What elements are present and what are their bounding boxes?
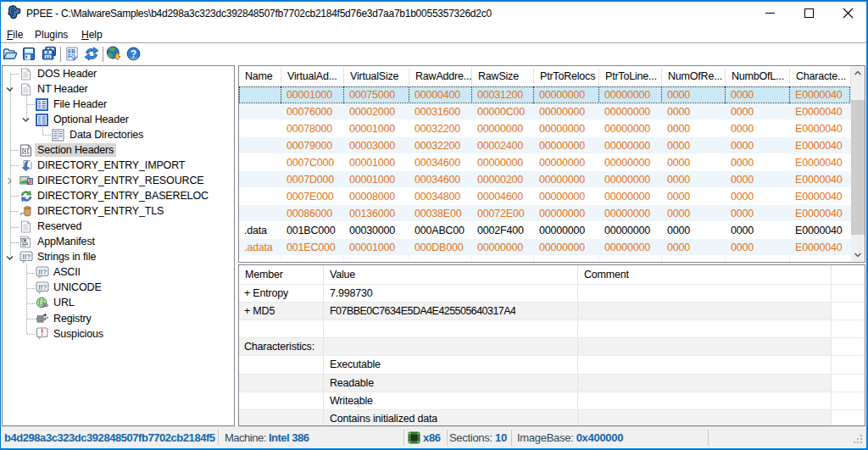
svg-text:?: ? bbox=[131, 48, 136, 60]
svg-text:FQ: FQ bbox=[68, 53, 75, 60]
svg-text:?: ? bbox=[42, 268, 47, 276]
svg-text:!: ! bbox=[41, 328, 43, 337]
svg-text:?: ? bbox=[42, 283, 47, 292]
svg-text:?: ? bbox=[26, 253, 31, 261]
